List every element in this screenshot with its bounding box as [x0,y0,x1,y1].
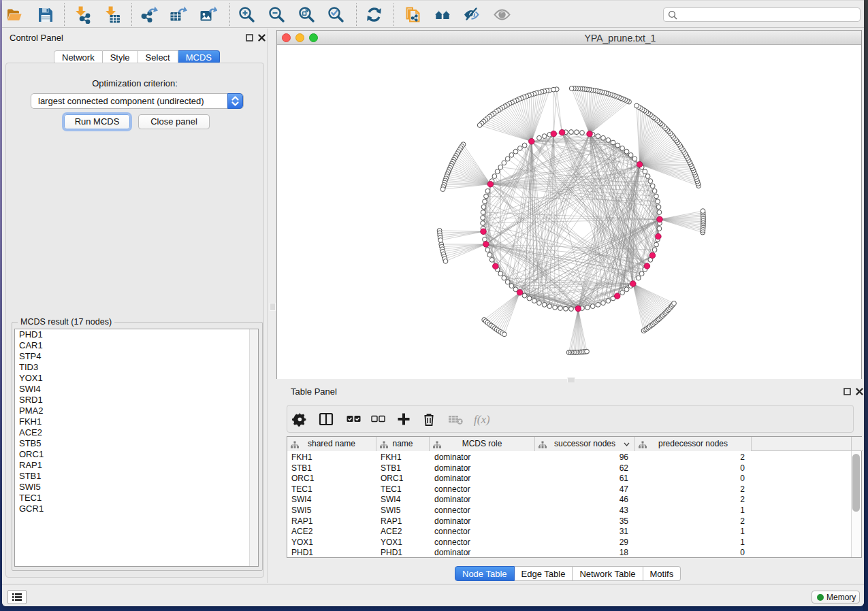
table-row[interactable]: ORC1ORC1dominator610 [287,473,852,484]
zoom-selected-button[interactable] [327,5,345,24]
table-row[interactable]: PHD1PHD1dominator180 [287,547,852,558]
mcds-hub-node[interactable] [481,229,487,235]
column-header-shared-name[interactable]: shared name [287,437,376,451]
mcds-result-item[interactable]: FKH1 [15,416,258,427]
mcds-result-item[interactable]: SRD1 [15,395,258,406]
add-column-button[interactable] [395,410,413,428]
delete-column-button[interactable] [420,410,438,428]
mcds-result-item[interactable]: STB5 [15,438,258,449]
table-row[interactable]: FKH1FKH1dominator962 [287,452,852,463]
close-panel-icon[interactable] [258,34,266,42]
memory-button[interactable]: Memory [811,591,860,604]
vertical-splitter-grip[interactable] [270,303,276,311]
window-minimize-light[interactable] [295,33,304,42]
mcds-hub-node[interactable] [575,306,581,312]
refresh-button[interactable] [365,5,383,24]
table-row[interactable]: ACE2ACE2connector311 [287,526,852,537]
mcds-result-item[interactable]: TID3 [15,362,258,373]
mcds-hub-node[interactable] [529,139,535,145]
mcds-result-item[interactable]: SWI4 [15,384,258,395]
column-header-predecessor-nodes[interactable]: predecessor nodes [635,437,752,451]
copy-network-button[interactable] [404,5,422,24]
first-neighbors-button[interactable] [434,5,452,24]
list-scrollbar[interactable] [249,329,258,566]
mcds-result-item[interactable]: ACE2 [15,427,258,438]
tab-motifs[interactable]: Motifs [643,566,681,581]
tab-edge-table[interactable]: Edge Table [515,566,573,581]
float-panel-icon[interactable] [843,388,851,395]
mcds-result-list[interactable]: PHD1CAR1STP4TID3YOX1SWI4SRD1PMA2FKH1ACE2… [14,329,259,567]
mcds-hub-node[interactable] [649,252,656,259]
cell-predecessor-nodes: 2 [635,516,745,526]
export-table-button[interactable] [169,5,187,24]
search-input[interactable] [663,7,861,22]
criterion-dropdown[interactable]: largest connected component (undirected) [31,93,244,109]
tab-network[interactable]: Network [54,50,103,64]
toggle-columns-button[interactable] [317,410,335,428]
network-canvas[interactable] [277,46,861,379]
table-settings-button[interactable] [291,410,309,428]
tab-select[interactable]: Select [138,50,178,64]
mcds-hub-node[interactable] [614,293,620,299]
tab-node-table[interactable]: Node Table [455,566,515,581]
close-panel-button[interactable]: Close panel [138,114,210,129]
mcds-hub-node[interactable] [657,216,663,222]
export-image-button[interactable] [199,5,217,24]
table-row[interactable]: SWI4SWI4dominator462 [287,494,852,505]
tab-mcds[interactable]: MCDS [178,50,220,64]
run-mcds-button[interactable]: Run MCDS [64,114,130,129]
mcds-hub-node[interactable] [587,131,593,137]
mcds-result-item[interactable]: ORC1 [15,449,258,460]
show-all-button[interactable] [493,5,511,24]
zoom-fit-button[interactable] [298,5,316,24]
mcds-result-item[interactable]: STB1 [15,471,258,482]
mcds-result-item[interactable]: PMA2 [15,406,258,416]
table-row[interactable]: SWI5SWI5connector431 [287,505,852,516]
mcds-result-item[interactable]: GCR1 [15,503,258,514]
column-header-name[interactable]: name [376,437,430,451]
mcds-result-item[interactable]: CAR1 [15,340,258,351]
tab-style[interactable]: Style [103,50,138,64]
table-row[interactable]: YOX1YOX1connector291 [287,537,852,548]
mcds-hub-node[interactable] [656,233,662,240]
export-network-button[interactable] [140,5,158,24]
open-session-button[interactable] [5,5,24,24]
zoom-out-button[interactable] [268,5,286,24]
mcds-result-item[interactable]: YOX1 [15,373,258,384]
import-network-button[interactable] [73,5,91,24]
close-panel-icon[interactable] [856,388,863,395]
mcds-result-item[interactable]: TEC1 [15,493,258,503]
table-scrollbar[interactable] [851,437,861,557]
deselect-all-rows-button[interactable] [369,410,387,428]
table-row[interactable]: TEC1TEC1connector472 [287,484,852,495]
mcds-hub-node[interactable] [559,129,565,135]
mcds-hub-node[interactable] [493,263,499,269]
column-header-MCDS-role[interactable]: MCDS role [430,437,535,451]
column-header-successor-nodes[interactable]: successor nodes [535,437,635,451]
mcds-hub-node[interactable] [551,131,557,137]
mcds-hub-node[interactable] [487,181,494,187]
window-zoom-light[interactable] [309,33,318,42]
select-all-rows-button[interactable] [344,410,362,428]
import-table-button[interactable] [103,5,121,24]
mcds-hub-node[interactable] [630,281,637,287]
mcds-hub-node[interactable] [644,263,650,269]
panel-list-button[interactable] [7,590,27,604]
mcds-result-item[interactable]: PHD1 [15,329,258,340]
table-row[interactable]: STB1STB1dominator620 [287,463,852,474]
float-panel-icon[interactable] [246,34,253,42]
table-row[interactable]: RAP1RAP1dominator352 [287,516,852,527]
mcds-hub-node[interactable] [483,242,489,248]
scrollbar-thumb[interactable] [852,454,860,512]
mcds-result-item[interactable]: STP4 [15,351,258,362]
mcds-hub-node[interactable] [517,290,523,296]
zoom-in-button[interactable] [238,5,256,24]
mcds-result-item[interactable]: SWI5 [15,482,258,493]
cell-predecessor-nodes: 1 [635,506,745,515]
save-session-button[interactable] [36,5,54,24]
tab-network-table[interactable]: Network Table [573,566,643,581]
mcds-hub-node[interactable] [637,161,643,167]
hide-selected-button[interactable] [462,5,481,24]
mcds-result-item[interactable]: RAP1 [15,460,258,471]
window-close-light[interactable] [282,33,291,42]
